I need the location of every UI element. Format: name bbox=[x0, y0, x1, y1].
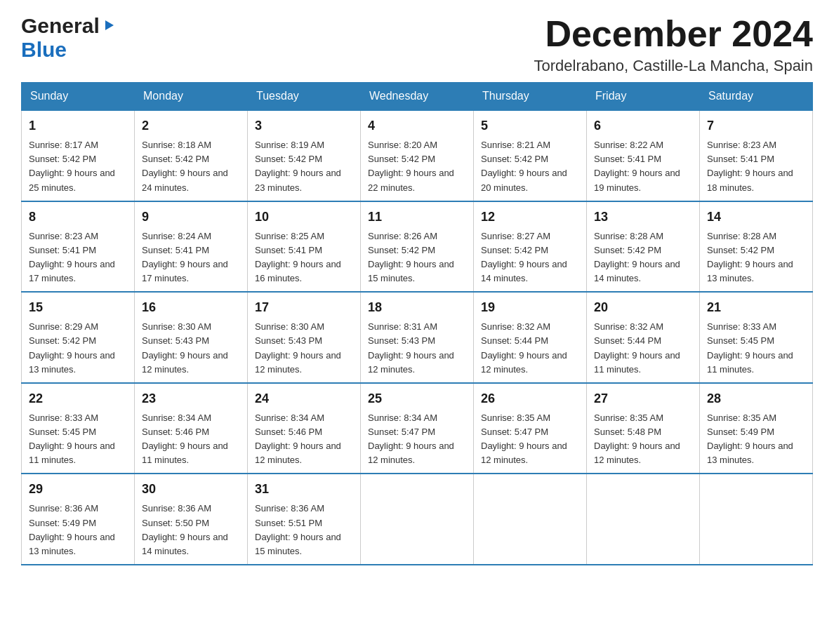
day-info: Sunrise: 8:35 AMSunset: 5:49 PMDaylight:… bbox=[707, 411, 805, 468]
table-row: 10Sunrise: 8:25 AMSunset: 5:41 PMDayligh… bbox=[248, 201, 361, 293]
table-row: 26Sunrise: 8:35 AMSunset: 5:47 PMDayligh… bbox=[474, 383, 587, 474]
day-info: Sunrise: 8:28 AMSunset: 5:42 PMDaylight:… bbox=[594, 229, 692, 286]
table-row: 28Sunrise: 8:35 AMSunset: 5:49 PMDayligh… bbox=[700, 383, 813, 474]
day-info: Sunrise: 8:32 AMSunset: 5:44 PMDaylight:… bbox=[594, 320, 692, 377]
day-number: 6 bbox=[594, 116, 692, 135]
day-number: 5 bbox=[481, 116, 579, 135]
day-number: 29 bbox=[29, 480, 127, 499]
day-number: 21 bbox=[707, 298, 805, 317]
day-info: Sunrise: 8:23 AMSunset: 5:41 PMDaylight:… bbox=[707, 138, 805, 195]
table-row bbox=[587, 474, 700, 565]
day-info: Sunrise: 8:34 AMSunset: 5:46 PMDaylight:… bbox=[142, 411, 240, 468]
day-number: 11 bbox=[368, 208, 466, 227]
table-row: 22Sunrise: 8:33 AMSunset: 5:45 PMDayligh… bbox=[22, 383, 135, 474]
day-number: 30 bbox=[142, 480, 240, 499]
table-row: 16Sunrise: 8:30 AMSunset: 5:43 PMDayligh… bbox=[135, 292, 248, 383]
day-number: 19 bbox=[481, 298, 579, 317]
day-info: Sunrise: 8:34 AMSunset: 5:47 PMDaylight:… bbox=[368, 411, 466, 468]
day-number: 8 bbox=[29, 208, 127, 227]
day-info: Sunrise: 8:19 AMSunset: 5:42 PMDaylight:… bbox=[255, 138, 353, 195]
calendar-table: Sunday Monday Tuesday Wednesday Thursday… bbox=[21, 82, 813, 565]
day-info: Sunrise: 8:17 AMSunset: 5:42 PMDaylight:… bbox=[29, 138, 127, 195]
day-info: Sunrise: 8:26 AMSunset: 5:42 PMDaylight:… bbox=[368, 229, 466, 286]
day-info: Sunrise: 8:33 AMSunset: 5:45 PMDaylight:… bbox=[707, 320, 805, 377]
table-row: 27Sunrise: 8:35 AMSunset: 5:48 PMDayligh… bbox=[587, 383, 700, 474]
day-number: 22 bbox=[29, 389, 127, 408]
col-tuesday: Tuesday bbox=[248, 83, 361, 111]
day-info: Sunrise: 8:32 AMSunset: 5:44 PMDaylight:… bbox=[481, 320, 579, 377]
table-row: 29Sunrise: 8:36 AMSunset: 5:49 PMDayligh… bbox=[22, 474, 135, 565]
day-number: 27 bbox=[594, 389, 692, 408]
day-number: 20 bbox=[594, 298, 692, 317]
day-number: 1 bbox=[29, 116, 127, 135]
table-row: 13Sunrise: 8:28 AMSunset: 5:42 PMDayligh… bbox=[587, 201, 700, 293]
logo-general: General bbox=[21, 14, 100, 38]
table-row: 7Sunrise: 8:23 AMSunset: 5:41 PMDaylight… bbox=[700, 110, 813, 201]
day-info: Sunrise: 8:22 AMSunset: 5:41 PMDaylight:… bbox=[594, 138, 692, 195]
day-number: 15 bbox=[29, 298, 127, 317]
day-number: 12 bbox=[481, 208, 579, 227]
day-info: Sunrise: 8:23 AMSunset: 5:41 PMDaylight:… bbox=[29, 229, 127, 286]
day-info: Sunrise: 8:30 AMSunset: 5:43 PMDaylight:… bbox=[142, 320, 240, 377]
table-row: 14Sunrise: 8:28 AMSunset: 5:42 PMDayligh… bbox=[700, 201, 813, 293]
table-row: 24Sunrise: 8:34 AMSunset: 5:46 PMDayligh… bbox=[248, 383, 361, 474]
table-row: 2Sunrise: 8:18 AMSunset: 5:42 PMDaylight… bbox=[135, 110, 248, 201]
calendar-header-row: Sunday Monday Tuesday Wednesday Thursday… bbox=[22, 83, 813, 111]
day-info: Sunrise: 8:28 AMSunset: 5:42 PMDaylight:… bbox=[707, 229, 805, 286]
day-info: Sunrise: 8:21 AMSunset: 5:42 PMDaylight:… bbox=[481, 138, 579, 195]
col-friday: Friday bbox=[587, 83, 700, 111]
table-row bbox=[361, 474, 474, 565]
day-info: Sunrise: 8:36 AMSunset: 5:49 PMDaylight:… bbox=[29, 502, 127, 558]
logo: General Blue bbox=[21, 14, 117, 62]
day-number: 25 bbox=[368, 389, 466, 408]
svg-marker-0 bbox=[105, 20, 114, 30]
table-row: 18Sunrise: 8:31 AMSunset: 5:43 PMDayligh… bbox=[361, 292, 474, 383]
day-info: Sunrise: 8:30 AMSunset: 5:43 PMDaylight:… bbox=[255, 320, 353, 377]
day-info: Sunrise: 8:20 AMSunset: 5:42 PMDaylight:… bbox=[368, 138, 466, 195]
table-row: 6Sunrise: 8:22 AMSunset: 5:41 PMDaylight… bbox=[587, 110, 700, 201]
col-wednesday: Wednesday bbox=[361, 83, 474, 111]
table-row: 25Sunrise: 8:34 AMSunset: 5:47 PMDayligh… bbox=[361, 383, 474, 474]
day-number: 24 bbox=[255, 389, 353, 408]
calendar-week-row: 22Sunrise: 8:33 AMSunset: 5:45 PMDayligh… bbox=[22, 383, 813, 474]
day-number: 4 bbox=[368, 116, 466, 135]
table-row bbox=[700, 474, 813, 565]
calendar-week-row: 15Sunrise: 8:29 AMSunset: 5:42 PMDayligh… bbox=[22, 292, 813, 383]
table-row bbox=[474, 474, 587, 565]
day-info: Sunrise: 8:25 AMSunset: 5:41 PMDaylight:… bbox=[255, 229, 353, 286]
day-number: 23 bbox=[142, 389, 240, 408]
calendar-week-row: 1Sunrise: 8:17 AMSunset: 5:42 PMDaylight… bbox=[22, 110, 813, 201]
col-saturday: Saturday bbox=[700, 83, 813, 111]
day-number: 10 bbox=[255, 208, 353, 227]
day-number: 28 bbox=[707, 389, 805, 408]
table-row: 17Sunrise: 8:30 AMSunset: 5:43 PMDayligh… bbox=[248, 292, 361, 383]
table-row: 31Sunrise: 8:36 AMSunset: 5:51 PMDayligh… bbox=[248, 474, 361, 565]
calendar-week-row: 29Sunrise: 8:36 AMSunset: 5:49 PMDayligh… bbox=[22, 474, 813, 565]
table-row: 30Sunrise: 8:36 AMSunset: 5:50 PMDayligh… bbox=[135, 474, 248, 565]
day-info: Sunrise: 8:34 AMSunset: 5:46 PMDaylight:… bbox=[255, 411, 353, 468]
day-number: 7 bbox=[707, 116, 805, 135]
day-number: 3 bbox=[255, 116, 353, 135]
table-row: 19Sunrise: 8:32 AMSunset: 5:44 PMDayligh… bbox=[474, 292, 587, 383]
day-info: Sunrise: 8:29 AMSunset: 5:42 PMDaylight:… bbox=[29, 320, 127, 377]
table-row: 5Sunrise: 8:21 AMSunset: 5:42 PMDaylight… bbox=[474, 110, 587, 201]
table-row: 8Sunrise: 8:23 AMSunset: 5:41 PMDaylight… bbox=[22, 201, 135, 293]
day-number: 2 bbox=[142, 116, 240, 135]
table-row: 15Sunrise: 8:29 AMSunset: 5:42 PMDayligh… bbox=[22, 292, 135, 383]
table-row: 11Sunrise: 8:26 AMSunset: 5:42 PMDayligh… bbox=[361, 201, 474, 293]
logo-blue: Blue bbox=[21, 38, 67, 61]
location-text: Tordelrabano, Castille-La Mancha, Spain bbox=[534, 57, 813, 75]
calendar-week-row: 8Sunrise: 8:23 AMSunset: 5:41 PMDaylight… bbox=[22, 201, 813, 293]
day-number: 9 bbox=[142, 208, 240, 227]
col-thursday: Thursday bbox=[474, 83, 587, 111]
day-number: 13 bbox=[594, 208, 692, 227]
table-row: 4Sunrise: 8:20 AMSunset: 5:42 PMDaylight… bbox=[361, 110, 474, 201]
table-row: 3Sunrise: 8:19 AMSunset: 5:42 PMDaylight… bbox=[248, 110, 361, 201]
table-row: 12Sunrise: 8:27 AMSunset: 5:42 PMDayligh… bbox=[474, 201, 587, 293]
day-info: Sunrise: 8:24 AMSunset: 5:41 PMDaylight:… bbox=[142, 229, 240, 286]
day-info: Sunrise: 8:36 AMSunset: 5:50 PMDaylight:… bbox=[142, 502, 240, 558]
table-row: 23Sunrise: 8:34 AMSunset: 5:46 PMDayligh… bbox=[135, 383, 248, 474]
month-title: December 2024 bbox=[534, 14, 813, 54]
day-number: 18 bbox=[368, 298, 466, 317]
day-info: Sunrise: 8:35 AMSunset: 5:48 PMDaylight:… bbox=[594, 411, 692, 468]
